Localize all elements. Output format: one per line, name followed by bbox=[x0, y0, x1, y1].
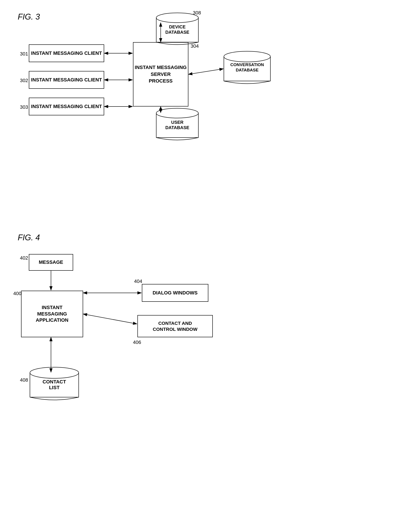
svg-point-5 bbox=[156, 13, 198, 23]
client-301-box: INSTANT MESSAGING CLIENT bbox=[29, 44, 104, 62]
ref-310: 310 bbox=[255, 71, 263, 77]
ref-402: 402 bbox=[20, 255, 28, 261]
svg-line-28 bbox=[83, 314, 137, 324]
ref-404: 404 bbox=[134, 278, 142, 284]
ref-306: 306 bbox=[176, 129, 184, 134]
ref-301: 301 bbox=[20, 51, 28, 57]
svg-rect-12 bbox=[224, 57, 270, 81]
ref-400: 400 bbox=[13, 291, 21, 297]
ccw-406-box: CONTACT AND CONTROL WINDOW bbox=[137, 315, 213, 337]
ima-400-box: INSTANT MESSAGING APPLICATION bbox=[21, 291, 83, 337]
message-402-box: MESSAGE bbox=[29, 254, 73, 271]
svg-point-9 bbox=[156, 108, 198, 118]
client-303-box: INSTANT MESSAGING CLIENT bbox=[29, 98, 104, 115]
svg-line-21 bbox=[188, 69, 223, 74]
client-302-box: INSTANT MESSAGING CLIENT bbox=[29, 71, 104, 89]
svg-rect-4 bbox=[156, 18, 198, 42]
svg-text:USER: USER bbox=[171, 120, 184, 125]
fig4-title: FIG. 4 bbox=[18, 233, 40, 242]
svg-point-23 bbox=[30, 367, 79, 378]
dialog-404-box: DIALOG WINDOWS bbox=[142, 284, 208, 302]
ref-308: 308 bbox=[193, 10, 201, 16]
svg-text:LIST: LIST bbox=[49, 385, 60, 390]
ref-303: 303 bbox=[20, 104, 28, 110]
svg-point-13 bbox=[224, 51, 270, 62]
ref-304: 304 bbox=[191, 43, 199, 49]
svg-text:DEVICE: DEVICE bbox=[169, 24, 185, 29]
ref-302: 302 bbox=[20, 78, 28, 83]
ref-408: 408 bbox=[20, 377, 28, 383]
svg-text:CONTACT: CONTACT bbox=[43, 379, 66, 385]
svg-text:CONVERSATION: CONVERSATION bbox=[230, 62, 264, 67]
server-304-box: INSTANT MESSAGING SERVER PROCESS bbox=[133, 42, 188, 107]
svg-text:DATABASE: DATABASE bbox=[165, 30, 189, 35]
svg-rect-22 bbox=[30, 373, 79, 397]
fig3-title: FIG. 3 bbox=[18, 12, 40, 21]
ref-406: 406 bbox=[133, 340, 141, 345]
